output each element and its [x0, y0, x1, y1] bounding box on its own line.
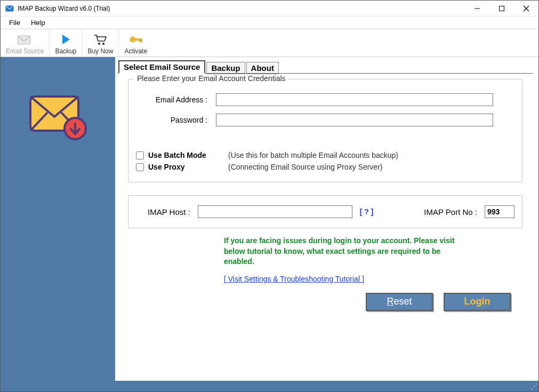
svg-marker-6 [62, 35, 70, 44]
toolbar-activate[interactable]: Activate [119, 29, 152, 57]
menu-help[interactable]: Help [26, 17, 51, 28]
title-bar: IMAP Backup Wizard v6.0 (Trial) [1, 1, 538, 17]
envelope-download-icon [26, 89, 90, 144]
use-batch-checkbox[interactable] [136, 151, 144, 159]
email-source-icon [17, 33, 33, 46]
toolbar-buy-now-label: Buy Now [87, 47, 113, 55]
toolbar-email-source[interactable]: Email Source [1, 29, 50, 57]
svg-point-10 [132, 38, 133, 40]
reset-button[interactable]: Reset [366, 293, 433, 311]
status-bar: ⋰ [1, 381, 538, 391]
app-icon [5, 4, 14, 13]
use-proxy-checkbox[interactable] [136, 163, 144, 171]
toolbar-buy-now[interactable]: Buy Now [82, 29, 119, 57]
use-batch-description: (Use this for batch multiple Email Accou… [228, 151, 398, 159]
credentials-legend: Please Enter your Email Account Credenti… [134, 74, 289, 83]
toolbar-email-source-label: Email Source [6, 47, 44, 55]
tab-select-email-source[interactable]: Select Email Source [118, 60, 205, 74]
imap-port-input[interactable] [485, 205, 514, 218]
email-label: Email Address : [136, 95, 216, 104]
toolbar-backup-label: Backup [55, 47, 76, 55]
maximize-button[interactable] [489, 1, 514, 16]
svg-point-8 [102, 43, 104, 45]
imap-host-box: IMAP Host : [ ? ] IMAP Port No : [128, 195, 522, 228]
menu-file[interactable]: File [4, 17, 26, 28]
key-icon [128, 33, 143, 46]
window-title: IMAP Backup Wizard v6.0 (Trial) [18, 5, 465, 12]
use-batch-label: Use Batch Mode [148, 151, 228, 159]
reset-button-underline: R [387, 296, 393, 307]
use-proxy-description: (Connecting Email Source using Proxy Ser… [228, 163, 382, 171]
imap-help-link[interactable]: [ ? ] [360, 207, 374, 216]
side-panel [1, 57, 115, 381]
tab-about[interactable]: About [246, 62, 279, 74]
minimize-button[interactable] [465, 1, 489, 16]
password-label: Password : [136, 116, 216, 124]
imap-port-label: IMAP Port No : [424, 207, 477, 217]
reset-button-suffix: eset [393, 296, 412, 307]
tab-backup[interactable]: Backup [206, 62, 245, 74]
email-input[interactable] [216, 93, 493, 106]
imap-host-input[interactable] [198, 205, 352, 218]
svg-rect-13 [141, 40, 142, 42]
imap-host-label: IMAP Host : [148, 207, 190, 217]
menu-bar: File Help [1, 17, 538, 29]
tutorial-link[interactable]: [ Visit Settings & Troubleshooting Tutor… [224, 275, 364, 283]
resize-grip-icon[interactable]: ⋰ [531, 382, 536, 390]
svg-rect-12 [139, 40, 140, 42]
cart-icon [93, 33, 107, 46]
toolbar-backup[interactable]: Backup [50, 29, 82, 57]
use-proxy-label: Use Proxy [148, 163, 228, 171]
play-icon [60, 33, 71, 46]
password-input[interactable] [216, 114, 493, 126]
content-area: Select Email Source Backup About Please … [115, 57, 538, 381]
login-note: If you are facing issues during login to… [224, 236, 469, 267]
credentials-group: Please Enter your Email Account Credenti… [128, 79, 522, 182]
tab-content: Please Enter your Email Account Credenti… [117, 73, 533, 375]
svg-rect-2 [500, 6, 504, 11]
login-button[interactable]: Login [444, 293, 511, 311]
toolbar: Email Source Backup Buy Now Activate [1, 29, 538, 57]
toolbar-activate-label: Activate [124, 47, 147, 55]
tab-row: Select Email Source Backup About [118, 59, 533, 73]
svg-point-7 [98, 43, 100, 45]
close-button[interactable] [514, 1, 538, 16]
